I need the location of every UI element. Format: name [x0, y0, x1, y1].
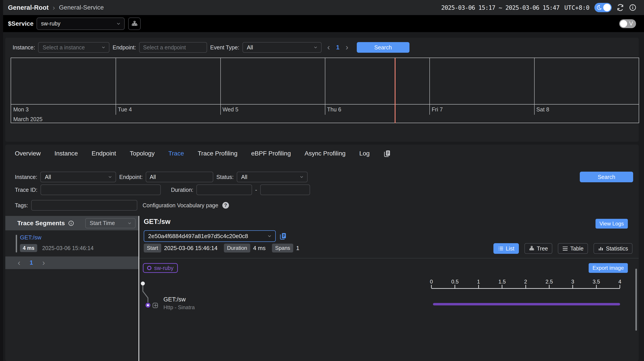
axis-tick-label: 2 — [524, 278, 527, 285]
segments-sort-select[interactable]: Start Time — [85, 218, 136, 228]
copy-dashboard-button[interactable] — [383, 150, 391, 157]
top-bar: General-Root › General-Service 2025-03-0… — [0, 0, 644, 15]
span-duration-bar[interactable] — [433, 303, 620, 306]
list-icon — [498, 246, 504, 251]
table-icon — [562, 246, 568, 251]
service-legend-chip[interactable]: sw-ruby — [143, 263, 178, 273]
span-name[interactable]: GET:/sw — [164, 296, 186, 303]
prev-page-button[interactable]: ‹ — [18, 259, 20, 267]
axis-tick-label: 4 — [618, 278, 621, 285]
current-time-marker — [395, 58, 396, 123]
event-type-value: All — [247, 44, 253, 51]
event-instance-select[interactable]: Select a instance — [38, 42, 110, 53]
next-page-button[interactable]: › — [346, 44, 348, 52]
segments-title: Trace Segments — [17, 220, 65, 227]
view-list-button[interactable]: List — [494, 243, 519, 254]
calendar-gridline — [430, 58, 430, 104]
event-endpoint-input[interactable] — [139, 42, 207, 53]
detail-scrollbar[interactable] — [635, 269, 637, 331]
axis-tick-label: 1 — [477, 278, 480, 285]
trace-status-select[interactable]: All — [237, 172, 308, 182]
view-tree-label: Tree — [537, 246, 548, 252]
calendar-gridline — [325, 58, 325, 104]
duration-label: Duration: — [171, 187, 193, 193]
variables-toggle-label: V — [629, 20, 633, 27]
axis-tick-label: 1.5 — [498, 278, 506, 285]
trace-id-select[interactable]: 2e50a4f6884d497a81e97d5c4c20e0c8 — [144, 230, 276, 242]
service-select[interactable]: sw-ruby — [36, 18, 125, 30]
tags-input[interactable] — [31, 200, 137, 210]
event-instance-placeholder: Select a instance — [42, 44, 84, 51]
view-tree-button[interactable]: Tree — [524, 243, 552, 254]
axis-tick-label: 2.5 — [546, 278, 553, 285]
time-range-picker[interactable]: 2025-03-06 15:17 ~ 2025-03-06 15:47 — [441, 4, 560, 11]
current-page[interactable]: 1 — [336, 44, 340, 51]
export-image-button[interactable]: Export image — [589, 263, 628, 273]
topology-icon — [131, 20, 138, 27]
next-page-button[interactable]: › — [42, 259, 45, 267]
service-select-value: sw-ruby — [41, 20, 60, 27]
axis-tick-label: 3 — [571, 278, 574, 285]
trace-panel: Overview Instance Endpoint Topology Trac… — [5, 144, 639, 361]
tab-log[interactable]: Log — [359, 150, 370, 157]
tab-instance[interactable]: Instance — [54, 150, 78, 157]
time-axis: 0 0.5 1 1.5 2 2.5 3 3.5 4 — [432, 278, 620, 289]
trace-instance-select[interactable]: All — [40, 172, 116, 182]
tab-topology[interactable]: Topology — [130, 150, 154, 157]
status-label: Status: — [216, 174, 234, 180]
event-type-select[interactable]: All — [242, 42, 322, 53]
tab-async-profiling[interactable]: Async Profiling — [304, 150, 346, 157]
endpoint-label: Endpoint: — [119, 174, 142, 180]
axis-tick — [455, 285, 455, 288]
trace-id-input[interactable] — [40, 184, 161, 195]
trace-segment-item[interactable]: GET:/sw 4 ms 2025-03-06 15:46:14 — [20, 234, 94, 252]
breadcrumb-current[interactable]: General-Service — [59, 4, 104, 11]
view-logs-button[interactable]: View Logs — [596, 219, 628, 228]
segment-endpoint-link[interactable]: GET:/sw — [20, 234, 94, 241]
variables-toggle[interactable]: V — [619, 19, 636, 28]
view-table-button[interactable]: Table — [558, 243, 588, 254]
duration-min-input[interactable] — [196, 184, 252, 195]
current-page[interactable]: 1 — [30, 259, 33, 266]
breadcrumb-root[interactable]: General-Root — [8, 4, 49, 11]
refresh-button[interactable] — [616, 4, 624, 11]
trace-meta-badges: Start 2025-03-06 15:46:14 Duration 4 ms … — [144, 244, 303, 252]
service-topology-button[interactable] — [128, 18, 141, 30]
tab-ebpf-profiling[interactable]: eBPF Profiling — [251, 150, 291, 157]
legend-circle-icon — [147, 266, 152, 270]
tab-trace-profiling[interactable]: Trace Profiling — [198, 150, 238, 157]
window-edge — [0, 0, 3, 361]
help-icon[interactable]: ? — [222, 202, 229, 209]
dark-mode-toggle[interactable] — [594, 3, 612, 12]
event-search-button[interactable]: Search — [357, 42, 410, 53]
tab-endpoint[interactable]: Endpoint — [92, 150, 116, 157]
event-calendar[interactable]: Mon 3 Tue 4 Wed 5 Thu 6 Fri 7 Sat 8 Marc… — [11, 58, 639, 123]
tree-icon — [529, 246, 534, 251]
prev-page-button[interactable]: ‹ — [327, 44, 330, 52]
tags-label: Tags: — [15, 202, 28, 209]
dashboard-tabs: Overview Instance Endpoint Topology Trac… — [15, 144, 633, 162]
trace-endpoint-input[interactable] — [146, 172, 213, 182]
segments-pagination: ‹ 1 › — [5, 256, 138, 269]
view-statistics-button[interactable]: Statistics — [594, 243, 632, 254]
info-button[interactable] — [629, 4, 636, 11]
segment-duration-badge: 4 ms — [20, 244, 37, 252]
tab-trace[interactable]: Trace — [168, 150, 184, 157]
statistics-icon — [598, 246, 604, 251]
info-icon[interactable] — [68, 220, 74, 226]
duration-max-input[interactable] — [260, 184, 310, 195]
calendar-day-label: Mon 3 — [11, 106, 28, 113]
vocabulary-link[interactable]: Configuration Vocabulary page — [142, 202, 218, 209]
copy-trace-id-button[interactable] — [279, 232, 287, 240]
chevron-down-icon — [299, 174, 304, 180]
segments-scrollbar[interactable] — [16, 235, 17, 252]
instance-label: Instance: — [12, 44, 35, 51]
trace-search-button[interactable]: Search — [580, 172, 633, 182]
tab-overview[interactable]: Overview — [15, 150, 41, 157]
axis-tick — [478, 285, 479, 288]
trace-id-value: 2e50a4f6884d497a81e97d5c4c20e0c8 — [148, 233, 248, 240]
duration-value: 4 ms — [253, 245, 266, 252]
service-bar: $Service sw-ruby V — [0, 15, 644, 32]
calendar-day-label: Fri 7 — [430, 106, 443, 113]
trace-instance-value: All — [45, 174, 51, 180]
